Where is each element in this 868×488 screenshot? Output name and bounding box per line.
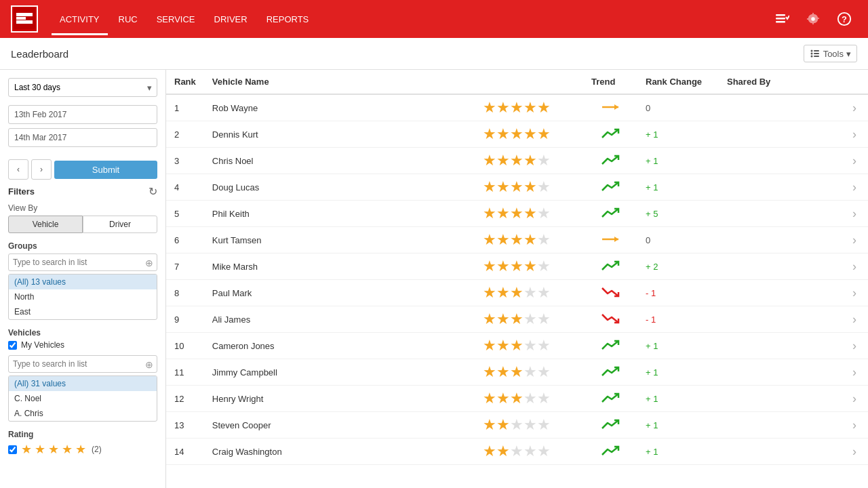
list-item[interactable]: (All) 31 values (9, 376, 157, 391)
vehicles-search-input[interactable] (8, 355, 157, 373)
nav-driver[interactable]: DRIVER (206, 9, 256, 30)
vehicle-name-cell: Cameron Jones (204, 333, 475, 359)
view-vehicle-button[interactable]: Vehicle (8, 216, 83, 233)
star-empty: ★ (537, 390, 551, 407)
vehicles-label: Vehicles (8, 328, 157, 338)
star-filled: ★ (496, 337, 510, 354)
star-filled: ★ (510, 125, 524, 142)
row-action-button[interactable]: › (852, 365, 856, 380)
sidebar: Last 30 days Last 7 days Custom ‹ › Subm… (0, 70, 166, 488)
star-empty: ★ (537, 284, 551, 301)
trend-flat-icon (601, 102, 620, 113)
trend-cell (583, 201, 637, 227)
shared-by-cell (719, 280, 841, 306)
nav-reports[interactable]: REPORTS (258, 9, 317, 30)
trend-down-icon (601, 312, 620, 325)
filters-header: Filters ↻ (8, 185, 157, 198)
my-vehicles-checkbox[interactable] (8, 341, 17, 350)
star-filled: ★ (483, 416, 496, 433)
stars-cell: ★★★★★ (475, 306, 583, 333)
view-by-section: View By Vehicle Driver (8, 203, 157, 233)
table-row: 2 Dennis Kurt ★★★★★ + 1 › (166, 121, 868, 148)
view-driver-button[interactable]: Driver (83, 216, 157, 233)
vehicle-name-cell: Chris Noel (204, 148, 475, 174)
tools-button[interactable]: Tools ▾ (804, 45, 857, 62)
list-item[interactable]: C. Noel (9, 391, 157, 406)
rank-cell: 9 (166, 306, 204, 333)
list-item[interactable]: (All) 13 values (9, 274, 157, 289)
row-action-button[interactable]: › (852, 418, 856, 432)
row-action-button[interactable]: › (852, 180, 856, 195)
row-action-button[interactable]: › (852, 101, 856, 115)
star-filled: ★ (524, 258, 537, 274)
star-empty: ★ (537, 310, 551, 327)
row-action-button[interactable]: › (852, 339, 856, 353)
vehicles-list: (All) 31 values C. Noel A. Chris (8, 375, 157, 422)
row-action-button[interactable]: › (852, 312, 856, 327)
star-filled: ★ (524, 152, 537, 169)
list-item[interactable]: North (9, 289, 157, 304)
row-action-button[interactable]: › (852, 233, 856, 247)
my-vehicles-label[interactable]: My Vehicles (21, 340, 64, 350)
nav-activity[interactable]: ACTIVITY (52, 9, 108, 30)
rank-change-cell: + 1 (637, 412, 719, 439)
table-row: 4 Doug Lucas ★★★★★ + 1 › (166, 174, 868, 201)
date-range-select[interactable]: Last 30 days Last 7 days Custom (8, 78, 157, 97)
star-filled: ★ (483, 178, 496, 195)
row-action-button[interactable]: › (852, 154, 856, 168)
star-filled: ★ (496, 231, 510, 248)
shared-by-cell (719, 121, 841, 148)
rank-cell: 12 (166, 386, 204, 412)
row-action-button[interactable]: › (852, 286, 856, 300)
nav-service[interactable]: SERVICE (149, 9, 203, 30)
trend-cell (583, 439, 637, 465)
rank-change-cell: + 1 (637, 386, 719, 412)
col-shared-by: Shared By (719, 70, 841, 94)
vehicle-name-cell: Craig Washington (204, 439, 475, 465)
row-action-button[interactable]: › (852, 445, 856, 459)
page-title: Leaderboard (11, 48, 68, 60)
table-row: 8 Paul Mark ★★★★★ - 1 › (166, 280, 868, 306)
rank-change-cell: + 5 (637, 201, 719, 227)
stars-cell: ★★★★★ (475, 253, 583, 280)
rank-cell: 10 (166, 333, 204, 359)
rating-count: (2) (92, 445, 102, 454)
help-icon-button[interactable]: ? (831, 9, 857, 29)
start-date-input[interactable] (8, 105, 157, 124)
end-date-input[interactable] (8, 128, 157, 147)
reset-filters-button[interactable]: ↻ (149, 185, 157, 198)
star-filled: ★ (510, 205, 524, 222)
list-item[interactable]: A. Chris (9, 406, 157, 421)
row-action-button[interactable]: › (852, 127, 856, 142)
nav-ruc[interactable]: RUC (111, 9, 146, 30)
row-action-button[interactable]: › (852, 260, 856, 274)
shared-by-cell (719, 201, 841, 227)
row-action-button[interactable]: › (852, 207, 856, 221)
star-filled: ★ (496, 205, 510, 222)
star-filled: ★ (510, 99, 524, 116)
table-row: 6 Kurt Tamsen ★★★★★ 0 › (166, 227, 868, 253)
groups-search-input[interactable] (8, 253, 157, 271)
list-item[interactable]: East (9, 304, 157, 319)
submit-button[interactable]: Submit (54, 161, 157, 179)
star-1: ★ (21, 442, 32, 457)
trend-cell (583, 412, 637, 439)
row-action-button[interactable]: › (852, 392, 856, 406)
vehicle-name-cell: Jimmy Campbell (204, 359, 475, 386)
shared-by-cell (719, 359, 841, 386)
trend-cell (583, 359, 637, 386)
next-date-button[interactable]: › (31, 159, 52, 180)
groups-list: (All) 13 values North East (8, 274, 157, 320)
star-filled: ★ (496, 258, 510, 274)
settings-icon-button[interactable] (800, 9, 826, 29)
table-row: 14 Craig Washington ★★★★★ + 1 › (166, 439, 868, 465)
star-empty: ★ (537, 258, 551, 274)
star-filled: ★ (524, 231, 537, 248)
table-row: 9 Ali James ★★★★★ - 1 › (166, 306, 868, 333)
action-cell: › (841, 412, 868, 439)
list-icon-button[interactable] (769, 9, 795, 29)
rank-change-cell: + 2 (637, 253, 719, 280)
action-cell: › (841, 306, 868, 333)
rating-checkbox[interactable] (8, 445, 17, 454)
prev-date-button[interactable]: ‹ (8, 159, 28, 180)
